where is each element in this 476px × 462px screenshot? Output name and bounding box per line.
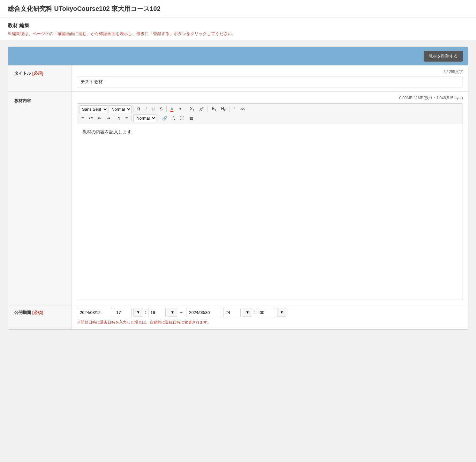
form-card: 教材を削除する タイトル [必須] 5 / 255文字 教材内容 0.00MB … <box>8 47 468 330</box>
page-title: 総合文化研究科 UTokyoCourse102 東大用コース102 <box>8 4 468 13</box>
code-button[interactable]: </> <box>238 106 247 113</box>
period-row: 公開期間 [必須] ▼ : ▼ ～ ▼ : ▼ <box>8 304 468 329</box>
title-input[interactable] <box>77 77 463 87</box>
h1-button[interactable]: H1 <box>209 105 218 113</box>
ltr-button[interactable]: ¶ <box>116 115 123 122</box>
end-minute-input[interactable] <box>258 308 275 317</box>
indent-increase-button[interactable]: ⇥ <box>104 115 112 122</box>
text-color-button[interactable]: A <box>168 105 176 113</box>
section-header: 教材 編集 ※編集後は、ページ下の「確認画面に進む」から確認画面を表示し、最後に… <box>0 18 476 40</box>
editor-content: 教材の内容を記入します。 <box>82 129 136 134</box>
start-minute-select-button[interactable]: ▼ <box>168 308 177 317</box>
period-field-cell: ▼ : ▼ ～ ▼ : ▼ ※開始日時に過去日時を入力した場合は、自動的に登録日… <box>72 304 468 329</box>
section-title: 教材 編集 <box>8 22 468 29</box>
link-button[interactable]: 🔗 <box>160 115 170 122</box>
file-info: 0.00MB / 1MB(残り：1,048,515 byte) <box>77 95 463 101</box>
end-hour-select-button[interactable]: ▼ <box>243 308 252 317</box>
main-content: 教材を削除する タイトル [必須] 5 / 255文字 教材内容 0.00MB … <box>0 40 476 336</box>
colon-1: : <box>145 309 146 315</box>
editor-body[interactable]: 教材の内容を記入します。 <box>77 124 463 300</box>
unordered-list-button[interactable]: •≡ <box>87 115 95 122</box>
end-minute-select-button[interactable]: ▼ <box>277 308 287 317</box>
title-label-cell: タイトル [必須] <box>8 65 72 91</box>
start-hour-select-button[interactable]: ▼ <box>133 308 143 317</box>
delete-button[interactable]: 教材を削除する <box>424 51 463 62</box>
bold-button[interactable]: B <box>135 105 142 113</box>
period-label: 公開期間 <box>14 310 31 316</box>
toolbar-sep-2 <box>166 106 167 112</box>
image-button[interactable]: ⛶ <box>178 115 186 122</box>
table-button[interactable]: ▦ <box>187 115 195 122</box>
end-date-input[interactable] <box>186 308 221 317</box>
start-minute-input[interactable] <box>148 308 166 317</box>
h2-button[interactable]: H2 <box>219 105 228 113</box>
toolbar-sep-7 <box>132 116 132 121</box>
card-header-bar: 教材を削除する <box>8 47 468 65</box>
align-select[interactable]: Normal <box>133 114 156 122</box>
period-note: ※開始日時に過去日時を入力した場合は、自動的に登録日時に変更されます。 <box>77 320 463 325</box>
content-label: 教材内容 <box>14 98 31 104</box>
toolbar-row-1: Sans Serif Normal B I U S A <box>79 105 461 113</box>
period-inputs: ▼ : ▼ ～ ▼ : ▼ <box>77 308 463 317</box>
ordered-list-button[interactable]: ≡ <box>79 115 86 122</box>
title-label: タイトル <box>14 71 31 76</box>
formula-button[interactable]: fx <box>170 114 177 122</box>
char-count: 5 / 255文字 <box>77 69 463 75</box>
toolbar-sep-8 <box>158 116 158 121</box>
period-label-cell: 公開期間 [必須] <box>8 304 72 329</box>
toolbar-sep-5 <box>230 106 230 112</box>
italic-button[interactable]: I <box>143 105 149 113</box>
title-field-cell: 5 / 255文字 <box>72 65 468 91</box>
toolbar-sep-3 <box>186 106 186 112</box>
superscript-button[interactable]: X2 <box>197 105 206 113</box>
start-date-input[interactable] <box>77 308 112 317</box>
font-family-select[interactable]: Sans Serif <box>79 105 108 113</box>
toolbar-row-2: ≡ •≡ ⇤ ⇥ ¶ ≡ Normal 🔗 <box>79 114 461 122</box>
align-button[interactable]: ≡ <box>123 115 130 122</box>
content-row: 教材内容 0.00MB / 1MB(残り：1,048,515 byte) San… <box>8 92 468 304</box>
page-header: 総合文化研究科 UTokyoCourse102 東大用コース102 <box>0 0 476 18</box>
title-required: [必須] <box>32 71 43 76</box>
subscript-button[interactable]: X2 <box>188 105 197 113</box>
period-required: [必須] <box>32 310 43 316</box>
colon-2: : <box>254 309 255 315</box>
end-hour-input[interactable] <box>223 308 241 317</box>
period-tilde: ～ <box>179 309 184 316</box>
highlight-button[interactable]: ✦ <box>176 105 184 113</box>
content-field-cell: 0.00MB / 1MB(残り：1,048,515 byte) Sans Ser… <box>72 92 468 304</box>
indent-decrease-button[interactable]: ⇤ <box>96 115 104 122</box>
strikethrough-button[interactable]: S <box>157 105 165 113</box>
editor-container: Sans Serif Normal B I U S A <box>77 103 463 300</box>
start-hour-input[interactable] <box>114 308 132 317</box>
content-label-cell: 教材内容 <box>8 92 72 304</box>
toolbar-sep-4 <box>208 106 208 112</box>
blockquote-button[interactable]: " <box>231 105 238 113</box>
section-note: ※編集後は、ページ下の「確認画面に進む」から確認画面を表示し、最後に「登録する」… <box>8 31 468 37</box>
editor-toolbar: Sans Serif Normal B I U S A <box>77 104 463 124</box>
underline-button[interactable]: U <box>149 105 157 113</box>
title-row: タイトル [必須] 5 / 255文字 <box>8 65 468 92</box>
toolbar-sep-1 <box>133 106 133 112</box>
font-size-select[interactable]: Normal <box>109 105 132 113</box>
toolbar-sep-6 <box>114 116 114 121</box>
